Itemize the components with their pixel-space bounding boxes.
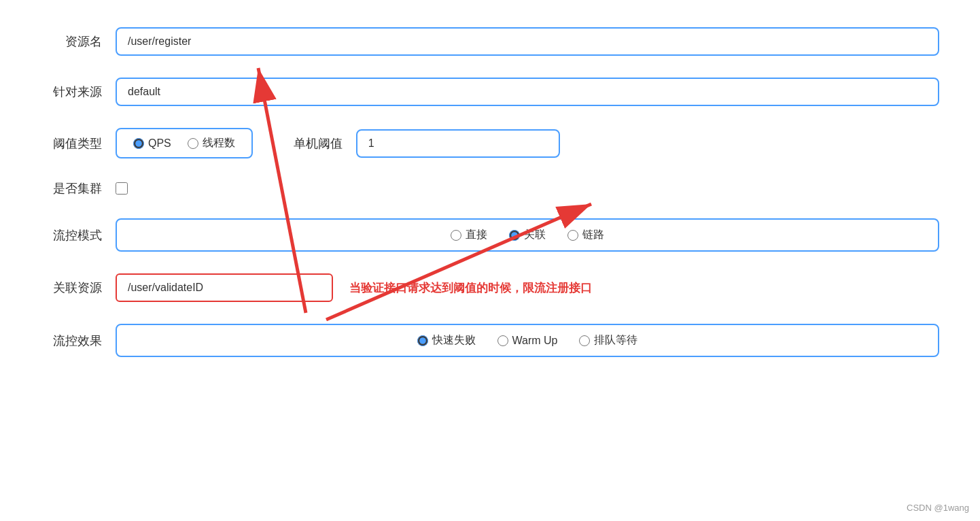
flow-mode-row: 流控模式 直接 关联 链路 xyxy=(41,218,939,252)
related-resource-row: 关联资源 当验证接口请求达到阈值的时候，限流注册接口 xyxy=(41,273,939,302)
flow-mode-direct-label: 直接 xyxy=(466,228,487,242)
cluster-checkbox[interactable] xyxy=(116,182,128,195)
source-row: 针对来源 xyxy=(41,78,939,106)
flow-mode-related-label: 关联 xyxy=(524,228,546,242)
flow-effect-warm-up-label: Warm Up xyxy=(512,335,558,347)
flow-effect-box: 快速失败 Warm Up 排队等待 xyxy=(116,324,939,357)
flow-effect-warm-up-radio[interactable] xyxy=(497,335,508,346)
flow-effect-label: 流控效果 xyxy=(41,333,116,349)
flow-effect-fast-fail-label: 快速失败 xyxy=(432,333,476,348)
cluster-content xyxy=(116,182,939,195)
flow-effect-queue-option[interactable]: 排队等待 xyxy=(579,333,637,348)
threshold-qps-option[interactable]: QPS xyxy=(133,137,171,150)
threshold-type-content: QPS 线程数 单机阈值 xyxy=(116,128,939,158)
flow-mode-label: 流控模式 xyxy=(41,227,116,243)
threshold-qps-label: QPS xyxy=(148,137,171,150)
cluster-label: 是否集群 xyxy=(41,180,116,197)
resource-name-row: 资源名 xyxy=(41,27,939,56)
flow-mode-box: 直接 关联 链路 xyxy=(116,218,939,252)
source-content xyxy=(116,78,939,106)
flow-effect-fast-fail-radio[interactable] xyxy=(417,335,428,346)
resource-name-label: 资源名 xyxy=(41,33,116,50)
form-container: 资源名 针对来源 阈值类型 QPS 线程数 单机阈值 xyxy=(0,0,980,521)
flow-effect-fast-fail-option[interactable]: 快速失败 xyxy=(417,333,476,348)
flow-mode-direct-radio[interactable] xyxy=(451,230,461,241)
threshold-type-row: 阈值类型 QPS 线程数 单机阈值 xyxy=(41,128,939,158)
cluster-row: 是否集群 xyxy=(41,180,939,197)
flow-mode-direct-option[interactable]: 直接 xyxy=(451,228,487,242)
threshold-type-radio-group: QPS 线程数 xyxy=(116,128,253,158)
flow-mode-related-radio[interactable] xyxy=(509,230,520,241)
related-input-wrapper xyxy=(116,273,333,302)
flow-effect-queue-radio[interactable] xyxy=(579,335,590,346)
related-resource-label: 关联资源 xyxy=(41,280,116,296)
related-resource-content: 当验证接口请求达到阈值的时候，限流注册接口 xyxy=(116,273,939,302)
resource-name-content xyxy=(116,27,939,56)
flow-mode-chain-option[interactable]: 链路 xyxy=(567,228,604,242)
single-threshold-label: 单机阈值 xyxy=(294,135,343,152)
single-threshold-input[interactable] xyxy=(356,129,560,158)
flow-effect-warm-up-option[interactable]: Warm Up xyxy=(497,335,558,347)
threshold-threads-option[interactable]: 线程数 xyxy=(188,136,235,150)
related-annotation: 当验证接口请求达到阈值的时候，限流注册接口 xyxy=(349,280,592,296)
watermark: CSDN @1wang xyxy=(907,503,969,513)
flow-mode-chain-radio[interactable] xyxy=(567,230,578,241)
related-resource-input[interactable] xyxy=(116,273,333,302)
flow-mode-content: 直接 关联 链路 xyxy=(116,218,939,252)
threshold-threads-radio[interactable] xyxy=(188,138,198,149)
flow-mode-chain-label: 链路 xyxy=(582,228,604,242)
threshold-qps-radio[interactable] xyxy=(133,138,144,149)
source-label: 针对来源 xyxy=(41,84,116,100)
flow-effect-row: 流控效果 快速失败 Warm Up 排队等待 xyxy=(41,324,939,357)
flow-effect-queue-label: 排队等待 xyxy=(594,333,637,348)
flow-mode-related-option[interactable]: 关联 xyxy=(509,228,546,242)
source-input[interactable] xyxy=(116,78,939,106)
threshold-type-label: 阈值类型 xyxy=(41,135,116,152)
flow-effect-content: 快速失败 Warm Up 排队等待 xyxy=(116,324,939,357)
threshold-threads-label: 线程数 xyxy=(203,136,235,150)
resource-name-input[interactable] xyxy=(116,27,939,56)
